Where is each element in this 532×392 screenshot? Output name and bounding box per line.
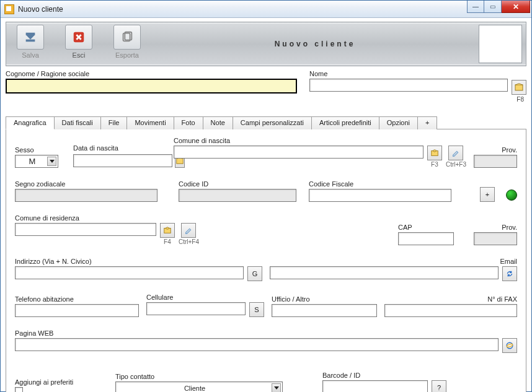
toolbar-export-wrap: Esporta — [103, 22, 151, 66]
data-nascita-input[interactable] — [73, 154, 172, 167]
tab-articoli[interactable]: Articoli predefiniti — [311, 116, 379, 129]
export-button[interactable] — [113, 25, 141, 50]
svg-rect-0 — [26, 40, 35, 42]
comune-res-lookup-button[interactable] — [160, 223, 175, 238]
qmark-label: ? — [437, 384, 441, 391]
tab-note-label: Note — [211, 119, 225, 126]
exit-button[interactable] — [65, 25, 92, 50]
comune-nascita-lookup-button[interactable] — [427, 146, 442, 160]
comune-nascita-label: Comune di nascita — [174, 137, 466, 144]
name-row: Cognome / Ragione sociale Nome F8 — [6, 70, 526, 94]
prov-nascita-label: Prov. — [474, 146, 517, 154]
cell-label: Cellulare — [146, 294, 264, 301]
indirizzo-input[interactable] — [15, 266, 244, 279]
pencil-icon — [184, 226, 193, 235]
indirizzo-g-button[interactable]: G — [247, 266, 262, 281]
telefono-input[interactable] — [15, 304, 139, 317]
pagina-web-input[interactable] — [15, 338, 499, 351]
tab-campi-label: Campi personalizzati — [241, 119, 304, 126]
comune-nascita-input[interactable] — [174, 146, 423, 159]
tab-dati-fiscali[interactable]: Dati fiscali — [54, 116, 101, 129]
email-refresh-button[interactable] — [502, 266, 517, 281]
cellulare-input[interactable] — [146, 302, 246, 315]
tab-plus-label: + — [425, 119, 429, 126]
tipocontatto-select[interactable]: Cliente — [115, 381, 283, 392]
app-icon — [4, 4, 14, 14]
comune-res-label: Comune di residenza — [15, 214, 199, 222]
cf-label: Codice Fiscale — [309, 180, 451, 188]
svg-rect-4 — [515, 85, 523, 90]
toolbar-save-wrap: Salva — [6, 22, 55, 66]
ie-icon — [505, 341, 514, 350]
cf-plus-button[interactable]: + — [480, 187, 495, 202]
tab-strip: Anagrafica Dati fiscali File Movimenti F… — [6, 116, 526, 129]
cognome-input[interactable] — [6, 79, 297, 94]
toolbar-title: Nuovo cliente — [151, 22, 479, 66]
nome-input[interactable] — [309, 79, 508, 92]
minimize-button[interactable]: — — [467, 1, 484, 13]
s-label: S — [254, 306, 259, 313]
codiceid-label: Codice ID — [179, 180, 296, 188]
codiceid-field — [179, 189, 296, 202]
app-window: Nuovo cliente — ▭ ✕ Salva Esci Esporta N… — [0, 0, 532, 392]
email-input[interactable] — [270, 266, 499, 279]
tab-panel-anagrafica: Sesso M Data di nascita — [6, 129, 526, 392]
tab-anagrafica[interactable]: Anagrafica — [6, 116, 55, 129]
dn-label: Data di nascita — [73, 144, 166, 152]
ctrlf4-label: Ctrl+F4 — [179, 238, 199, 245]
prov-res-field — [474, 232, 517, 245]
toolbar: Salva Esci Esporta Nuovo cliente — [6, 22, 526, 66]
chevron-down-icon — [272, 383, 281, 392]
tab-articoli-label: Articoli predefiniti — [319, 119, 371, 126]
export-label: Esporta — [115, 51, 139, 59]
cf-plus-label: + — [485, 191, 489, 198]
codice-fiscale-input[interactable] — [309, 189, 451, 202]
nome-label: Nome — [309, 70, 526, 77]
tab-note[interactable]: Note — [203, 116, 233, 129]
cap-input[interactable] — [398, 232, 454, 245]
save-button[interactable] — [17, 25, 44, 50]
ufficio-input[interactable] — [272, 304, 377, 317]
barcode-help-button[interactable]: ? — [432, 380, 446, 392]
window-controls: — ▭ ✕ — [467, 1, 530, 13]
save-label: Salva — [22, 51, 39, 59]
f8-button[interactable] — [512, 80, 526, 95]
zodiaco-field — [15, 189, 157, 202]
comune-res-edit-button[interactable] — [181, 223, 196, 238]
fax-label: N° di FAX — [384, 295, 517, 303]
tab-file[interactable]: File — [100, 116, 128, 129]
barcode-input[interactable] — [322, 380, 428, 392]
tab-opzioni[interactable]: Opzioni — [379, 116, 418, 129]
cf-status-indicator — [506, 189, 517, 201]
tab-movimenti[interactable]: Movimenti — [126, 116, 174, 129]
ctrlf3-label: Ctrl+F3 — [446, 161, 466, 168]
prov-nascita-field — [474, 155, 517, 168]
tab-plus[interactable]: + — [417, 116, 437, 129]
cellulare-s-button[interactable]: S — [249, 302, 264, 317]
tab-foto-label: Foto — [182, 119, 195, 126]
web-label: Pagina WEB — [15, 329, 517, 337]
f8-label: F8 — [516, 96, 524, 103]
chevron-down-icon — [47, 157, 56, 166]
sesso-value: M — [18, 157, 47, 166]
preferiti-checkbox[interactable] — [15, 387, 23, 392]
titlebar: Nuovo cliente — ▭ ✕ — [1, 1, 531, 18]
comune-nascita-edit-button[interactable] — [448, 146, 463, 160]
tipocontatto-value: Cliente — [118, 385, 271, 392]
web-open-button[interactable] — [502, 338, 517, 353]
tel-label: Telefono abitazione — [15, 295, 139, 303]
sesso-select[interactable]: M — [15, 155, 58, 168]
close-button[interactable]: ✕ — [502, 1, 530, 13]
fax-input[interactable] — [384, 304, 517, 317]
tab-foto[interactable]: Foto — [174, 116, 203, 129]
save-icon — [24, 30, 37, 44]
ufficio-label: Ufficio / Altro — [272, 295, 377, 303]
comune-residenza-input[interactable] — [15, 223, 156, 236]
tipocontatto-label: Tipo contatto — [115, 373, 283, 380]
zodiaco-label: Segno zodiacale — [15, 180, 157, 188]
tab-campi[interactable]: Campi personalizzati — [233, 116, 312, 129]
f3-label: F3 — [427, 161, 442, 168]
maximize-button[interactable]: ▭ — [484, 1, 502, 13]
indirizzo-label: Indirizzo (Via + N. Civico) — [15, 258, 262, 265]
cap-label: CAP — [398, 224, 454, 231]
